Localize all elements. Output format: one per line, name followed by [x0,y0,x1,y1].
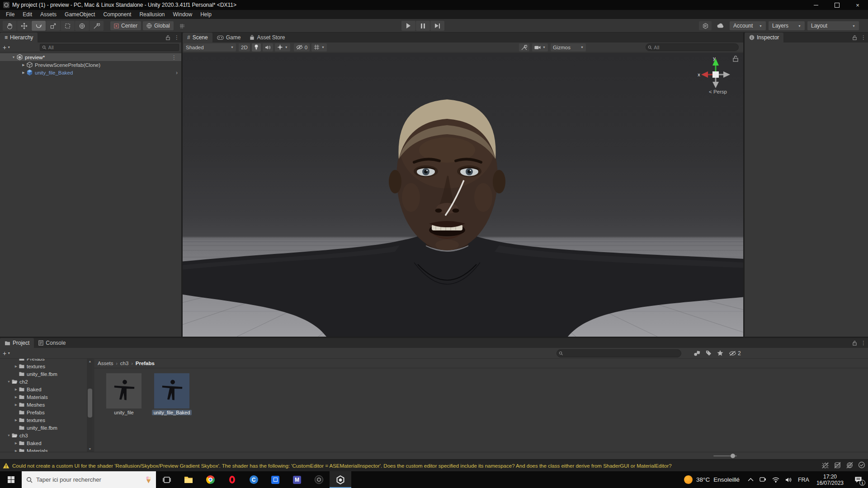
breadcrumb-assets[interactable]: Assets [98,361,113,366]
minimize-button[interactable] [806,0,826,10]
tab-project[interactable]: Project [0,338,34,348]
2d-toggle[interactable]: 2D [239,43,250,52]
grid-snapping-button[interactable] [175,21,189,31]
tree-item[interactable]: ▶ textures [0,362,87,370]
tree-item[interactable]: ▶ Baked [0,439,87,447]
scale-tool-button[interactable] [46,21,60,31]
thumbnail-size-slider[interactable] [713,455,737,456]
foldout-arrow-icon[interactable]: ▶ [21,71,26,75]
play-button[interactable] [401,21,415,31]
foldout-arrow-icon[interactable]: ▶ [21,63,26,67]
weather-widget[interactable]: 38°C Ensoleillé [684,475,740,484]
kebab-menu-icon[interactable]: ⋮ [861,340,866,346]
asset-thumbnail[interactable] [106,373,142,408]
app-m[interactable]: M [286,471,308,488]
scroll-up-icon[interactable]: ▲ [87,359,93,364]
tab-game[interactable]: Game [212,33,245,42]
favorites-star-icon[interactable] [717,350,723,356]
expand-arrow-icon[interactable]: ▼ [6,380,11,383]
app-chrome[interactable] [199,471,221,488]
status-bar[interactable]: Could not create a custom UI for the sha… [0,460,868,471]
menu-assets[interactable]: Assets [36,10,61,19]
tab-scene[interactable]: # Scene [183,33,212,42]
menu-edit[interactable]: Edit [19,10,36,19]
kebab-menu-icon[interactable]: ⋮ [174,34,179,41]
menu-gameobject[interactable]: GameObject [61,10,99,19]
hierarchy-search-input[interactable] [48,45,177,50]
expand-arrow-icon[interactable]: ▶ [14,441,19,445]
project-search[interactable] [557,349,681,357]
tree-item[interactable]: ▶ textures [0,416,87,424]
cloud-services-icon[interactable] [714,21,727,30]
account-dropdown[interactable]: Account▼ [730,21,766,30]
hidden-items-indicator[interactable]: 2 [729,350,741,357]
search-by-type-icon[interactable] [693,350,700,357]
notification-center-button[interactable]: 1 [848,471,868,488]
step-button[interactable] [430,21,444,31]
lock-icon[interactable] [852,340,857,346]
scene-tools-button[interactable] [519,43,529,52]
hand-tool-button[interactable] [3,21,17,31]
tree-item[interactable]: ▶ Meshes [0,401,87,408]
create-object-button[interactable]: +▼ [3,44,10,51]
asset-unity-file-baked[interactable]: unity_file_Baked [150,373,193,416]
start-button[interactable] [0,471,22,488]
tree-scrollbar[interactable]: ▲ ▼ [87,359,93,452]
tree-item[interactable]: Prefabs [0,408,87,416]
expand-arrow-icon[interactable]: ▶ [14,365,19,368]
global-local-toggle[interactable]: Global [143,21,174,30]
layers-dropdown[interactable]: Layers▼ [769,21,805,30]
scene-search[interactable] [646,43,739,51]
slider-knob[interactable] [731,454,735,458]
hierarchy-search[interactable] [40,44,179,51]
asset-thumbnail[interactable] [154,373,189,408]
tree-item[interactable]: ▶ Materials [0,447,87,452]
menu-reallusion[interactable]: Reallusion [135,10,169,19]
scene-search-input[interactable] [654,45,736,50]
hierarchy-row-scene[interactable]: ▼ preview* ⋮ [0,53,181,61]
tree-item[interactable]: unity_file.fbm [0,424,87,432]
volume-icon[interactable] [785,477,792,483]
app-unity-editor[interactable] [330,471,351,488]
tab-asset-store[interactable]: Asset Store [245,33,289,42]
tray-chevron-up-icon[interactable] [748,478,754,482]
tab-hierarchy[interactable]: ≡ Hierarchy [0,33,38,42]
pause-button[interactable] [416,21,430,31]
scene-visibility-toggle[interactable]: 0 [294,43,310,52]
foldout-arrow-icon[interactable]: ▼ [11,56,16,59]
expand-arrow-icon[interactable]: ▶ [14,403,19,407]
plastic-scm-icon[interactable] [699,21,712,30]
scrollbar-thumb[interactable] [88,389,92,418]
lighting-toggle[interactable] [252,43,261,52]
scene-grid-dropdown[interactable]: ▼ [311,43,327,52]
clock[interactable]: 17:20 16/07/2023 [816,474,844,486]
lock-icon[interactable] [165,35,170,40]
scene-viewport[interactable]: y x < Persp [183,53,743,337]
expand-arrow-icon[interactable]: ▶ [14,395,19,399]
app-unity-hub[interactable] [308,471,330,488]
kebab-menu-icon[interactable]: ⋮ [171,54,177,61]
scene-camera-dropdown[interactable]: ▼ [532,43,548,52]
orientation-gizmo[interactable]: y x < Persp [696,55,740,94]
app-photos[interactable] [264,471,286,488]
rect-tool-button[interactable] [61,21,75,31]
close-button[interactable]: × [847,0,868,10]
tab-inspector[interactable]: Inspector [745,33,783,42]
audio-toggle[interactable] [263,43,273,52]
projection-toggle[interactable]: < Persp [696,89,740,94]
hierarchy-row-unity-file-baked[interactable]: ▶ unity_file_Baked › [0,69,181,76]
breadcrumb-prefabs[interactable]: Prefabs [136,361,155,366]
tree-item[interactable]: ▶ Baked [0,385,87,393]
taskbar-search[interactable]: Taper ici pour rechercher [22,471,156,488]
language-indicator[interactable]: FRA [798,477,809,483]
create-asset-button[interactable]: +▼ [3,350,10,357]
app-opera[interactable] [221,471,243,488]
task-view-button[interactable] [156,471,178,488]
tree-item[interactable]: unity_file.fbm [0,370,87,378]
expand-arrow-icon[interactable]: ▶ [14,388,19,391]
tree-item[interactable]: Prefabs [0,359,87,362]
app-blue-c[interactable]: C [243,471,264,488]
transform-tool-button[interactable] [75,21,89,31]
maximize-button[interactable] [826,0,847,10]
lock-icon[interactable] [852,35,857,40]
